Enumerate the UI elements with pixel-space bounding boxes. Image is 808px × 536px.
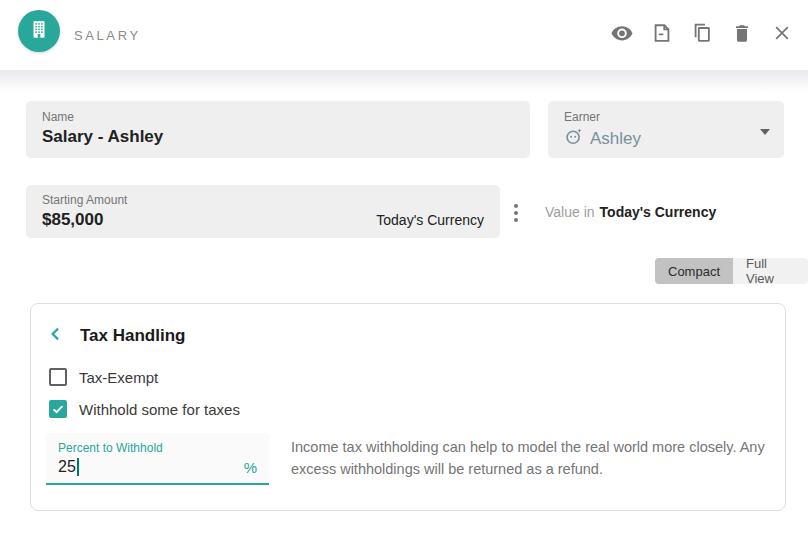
back-button[interactable]	[45, 325, 67, 347]
toggle-full-view[interactable]: Full View	[733, 258, 808, 284]
tax-card-title: Tax Handling	[80, 326, 185, 346]
withholding-description: Income tax withholding can help to model…	[291, 436, 783, 480]
starting-amount-field[interactable]: Starting Amount $85,000 Today's Currency	[26, 185, 500, 238]
withhold-checkbox-row[interactable]: Withhold some for taxes	[49, 400, 240, 418]
earner-selected-value: Ashley	[590, 129, 641, 149]
percent-to-withhold-field[interactable]: Percent to Withhold 25 %	[46, 433, 269, 485]
view-toggle: Compact Full View	[655, 258, 808, 284]
name-field-value: Salary - Ashley	[42, 127, 514, 147]
chevron-down-icon	[760, 129, 770, 135]
value-in-prefix: Value in	[545, 204, 595, 220]
eye-icon	[610, 21, 634, 49]
toggle-compact[interactable]: Compact	[655, 258, 733, 284]
app-header: SALARY	[0, 0, 808, 70]
tax-exempt-label: Tax-Exempt	[79, 369, 158, 386]
percent-field-value[interactable]: 25	[58, 458, 76, 476]
copy-icon	[691, 22, 713, 48]
amount-options-menu-button[interactable]	[507, 198, 525, 228]
toggle-full-view-label: Full View	[746, 256, 795, 286]
starting-amount-currency-mode: Today's Currency	[376, 212, 484, 228]
close-icon	[772, 23, 792, 47]
building-icon	[28, 18, 50, 44]
duplicate-button[interactable]	[690, 23, 714, 47]
text-cursor	[77, 458, 79, 476]
page-title: SALARY	[74, 0, 141, 70]
starting-amount-label: Starting Amount	[42, 193, 484, 207]
note-icon	[651, 22, 673, 48]
percent-suffix: %	[244, 459, 257, 476]
header-actions	[610, 0, 794, 70]
earner-field-label: Earner	[564, 110, 768, 124]
salary-item-avatar	[18, 10, 60, 52]
earner-select[interactable]: Earner Ashley	[548, 101, 784, 158]
header-shadow	[0, 71, 808, 93]
tax-card-header: Tax Handling	[45, 325, 185, 347]
starting-amount-value: $85,000	[42, 210, 103, 230]
kebab-menu-icon	[514, 204, 518, 208]
visibility-button[interactable]	[610, 23, 634, 47]
tax-handling-card: Tax Handling Tax-Exempt Withhold some fo…	[30, 303, 786, 511]
withhold-label: Withhold some for taxes	[79, 401, 240, 418]
value-in-text: Value in Today's Currency	[545, 185, 716, 238]
name-field-label: Name	[42, 110, 514, 124]
face-icon	[564, 127, 583, 150]
name-field[interactable]: Name Salary - Ashley	[26, 101, 530, 158]
checkbox-checked-icon[interactable]	[49, 400, 67, 418]
close-button[interactable]	[770, 23, 794, 47]
tax-exempt-checkbox-row[interactable]: Tax-Exempt	[49, 368, 158, 386]
trash-icon	[731, 22, 753, 48]
delete-button[interactable]	[730, 23, 754, 47]
kebab-menu-icon-dot2	[514, 218, 518, 222]
checkbox-unchecked-icon[interactable]	[49, 368, 67, 386]
chevron-left-icon	[46, 324, 66, 348]
toggle-compact-label: Compact	[668, 264, 720, 279]
value-in-mode: Today's Currency	[600, 204, 717, 220]
kebab-menu-icon-dot	[514, 211, 518, 215]
note-button[interactable]	[650, 23, 674, 47]
percent-field-label: Percent to Withhold	[58, 441, 257, 455]
